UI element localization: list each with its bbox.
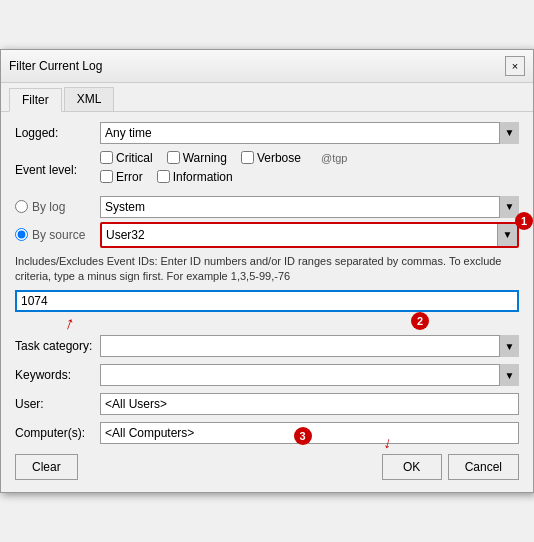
error-checkbox-label[interactable]: Error: [100, 170, 143, 184]
user-control: [100, 393, 519, 415]
by-log-radio-label[interactable]: By log: [15, 200, 100, 214]
event-logs-control: System ▼: [100, 196, 519, 218]
event-level-row2: Error Information: [100, 170, 347, 184]
keywords-label: Keywords:: [15, 368, 100, 382]
verbose-label: Verbose: [257, 151, 301, 165]
ok-button-wrap: 3 ↓ OK: [382, 454, 442, 480]
cancel-button[interactable]: Cancel: [448, 454, 519, 480]
event-id-row: ↑ 2: [15, 290, 519, 312]
error-label: Error: [116, 170, 143, 184]
by-source-row: By source User32 ▼ 1: [15, 222, 519, 248]
ok-button[interactable]: OK: [382, 454, 442, 480]
filter-dialog: Filter Current Log × Filter XML Logged: …: [0, 49, 534, 494]
by-log-radio[interactable]: [15, 200, 28, 213]
logged-label: Logged:: [15, 126, 100, 140]
button-row: Clear 3 ↓ OK Cancel: [15, 454, 519, 480]
tab-filter[interactable]: Filter: [9, 88, 62, 112]
user-label: User:: [15, 397, 100, 411]
verbose-checkbox-label[interactable]: Verbose: [241, 151, 301, 165]
event-level-label: Event level:: [15, 163, 100, 177]
by-log-row: By log System ▼: [15, 196, 519, 218]
dialog-title: Filter Current Log: [9, 59, 102, 73]
keywords-control: ▼: [100, 364, 519, 386]
keywords-select[interactable]: [100, 364, 519, 386]
task-category-row: Task category: ▼: [15, 335, 519, 357]
information-checkbox-label[interactable]: Information: [157, 170, 233, 184]
event-id-description: Includes/Excludes Event IDs: Enter ID nu…: [15, 254, 519, 285]
error-checkbox[interactable]: [100, 170, 113, 183]
event-sources-select-wrap: User32 ▼: [102, 224, 517, 246]
tab-bar: Filter XML: [1, 83, 533, 112]
event-sources-control: User32 ▼ 1: [100, 222, 519, 248]
title-bar: Filter Current Log ×: [1, 50, 533, 83]
logged-select[interactable]: Any time: [100, 122, 519, 144]
by-source-radio[interactable]: [15, 228, 28, 241]
task-category-select-wrap: ▼: [100, 335, 519, 357]
warning-label: Warning: [183, 151, 227, 165]
information-label: Information: [173, 170, 233, 184]
computers-row: Computer(s):: [15, 422, 519, 444]
task-category-control: ▼: [100, 335, 519, 357]
close-button[interactable]: ×: [505, 56, 525, 76]
keywords-select-wrap: ▼: [100, 364, 519, 386]
badge-1: 1: [515, 212, 533, 230]
badge-3: 3: [294, 424, 312, 445]
verbose-checkbox[interactable]: [241, 151, 254, 164]
event-sources-red-border: User32 ▼: [100, 222, 519, 248]
logged-select-wrap: Any time ▼: [100, 122, 519, 144]
at-tgp-text: @tgp: [321, 152, 347, 164]
critical-label: Critical: [116, 151, 153, 165]
critical-checkbox[interactable]: [100, 151, 113, 164]
warning-checkbox-label[interactable]: Warning: [167, 151, 227, 165]
by-source-radio-label[interactable]: By source: [15, 228, 100, 242]
event-level-row-label: Event level: Critical Warning Verbose: [15, 151, 519, 189]
task-category-label: Task category:: [15, 339, 100, 353]
event-id-input[interactable]: [15, 290, 519, 312]
information-checkbox[interactable]: [157, 170, 170, 183]
task-category-select[interactable]: [100, 335, 519, 357]
warning-checkbox[interactable]: [167, 151, 180, 164]
spacer: [15, 319, 519, 335]
critical-checkbox-label[interactable]: Critical: [100, 151, 153, 165]
clear-button[interactable]: Clear: [15, 454, 78, 480]
computers-label: Computer(s):: [15, 426, 100, 440]
event-level-checkboxes: Critical Warning Verbose @tgp E: [100, 151, 347, 189]
user-input[interactable]: [100, 393, 519, 415]
event-logs-select-wrap: System ▼: [100, 196, 519, 218]
event-logs-select[interactable]: System: [100, 196, 519, 218]
logged-control: Any time ▼: [100, 122, 519, 144]
event-sources-select[interactable]: User32: [102, 224, 517, 246]
logged-row: Logged: Any time ▼: [15, 122, 519, 144]
event-level-row1: Critical Warning Verbose @tgp: [100, 151, 347, 165]
user-row: User:: [15, 393, 519, 415]
tab-xml[interactable]: XML: [64, 87, 115, 111]
keywords-row: Keywords: ▼: [15, 364, 519, 386]
dialog-content: Logged: Any time ▼ Event level: Critical: [1, 112, 533, 493]
